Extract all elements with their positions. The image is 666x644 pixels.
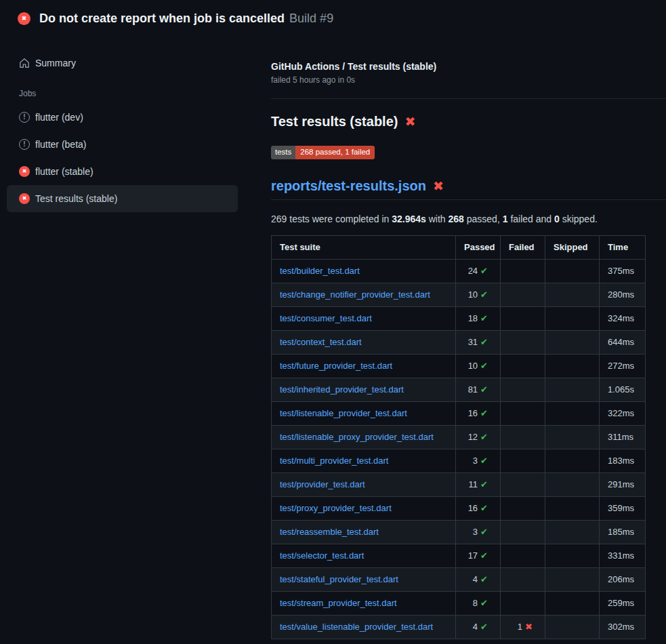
time-cell: 183ms <box>600 449 646 472</box>
test-suite-link[interactable]: test/proxy_provider_test.dart <box>280 503 392 513</box>
suite-cell: test/listenable_provider_test.dart <box>272 401 456 425</box>
test-suite-link[interactable]: test/consumer_test.dart <box>280 313 372 323</box>
passed-count: 10 <box>468 361 478 371</box>
table-row: test/context_test.dart 31✔ 644ms <box>272 330 646 354</box>
failed-cell <box>501 401 545 425</box>
sidebar-item-label: flutter (beta) <box>35 139 86 150</box>
alert-circle-icon: ! <box>19 139 30 150</box>
failed-cell <box>501 306 545 330</box>
passed-cell: 16✔ <box>456 496 501 520</box>
check-icon: ✔ <box>480 432 488 442</box>
suite-cell: test/inherited_provider_test.dart <box>272 378 456 401</box>
home-icon <box>19 58 30 68</box>
failed-cell <box>501 520 545 544</box>
passed-count: 8 <box>473 598 478 608</box>
failed-cell <box>501 378 545 401</box>
test-suite-link[interactable]: test/reassemble_test.dart <box>280 527 379 537</box>
test-suite-link[interactable]: test/value_listenable_provider_test.dart <box>280 622 433 632</box>
time-cell: 206ms <box>600 567 646 591</box>
check-icon: ✔ <box>480 550 488 561</box>
sidebar-item-flutter-stable[interactable]: ✖ flutter (stable) <box>7 158 238 185</box>
passed-count: 17 <box>468 550 478 561</box>
failed-cell <box>501 330 545 354</box>
suite-cell: test/consumer_test.dart <box>272 306 456 330</box>
report-link[interactable]: reports/test-results.json <box>271 178 426 194</box>
sidebar-item-flutter-beta[interactable]: ! flutter (beta) <box>7 131 238 158</box>
passed-count: 16 <box>468 408 478 418</box>
passed-cell: 10✔ <box>456 283 501 306</box>
passed-count: 3 <box>473 527 478 537</box>
check-icon: ✔ <box>480 266 488 276</box>
passed-cell: 24✔ <box>456 259 501 283</box>
test-suite-link[interactable]: test/stream_provider_test.dart <box>280 598 397 608</box>
skipped-cell <box>545 330 600 354</box>
time-cell: 1.065s <box>600 378 646 401</box>
skipped-cell <box>545 401 600 425</box>
passed-count: 10 <box>468 289 478 300</box>
suite-cell: test/listenable_proxy_provider_test.dart <box>272 425 456 449</box>
test-suite-link[interactable]: test/builder_test.dart <box>280 266 360 276</box>
table-row: test/value_listenable_provider_test.dart… <box>272 615 646 639</box>
test-suite-link[interactable]: test/multi_provider_test.dart <box>280 456 388 466</box>
time-cell: 291ms <box>600 472 646 496</box>
x-glyph: ✖ <box>22 16 27 22</box>
table-row: test/listenable_provider_test.dart 16✔ 3… <box>272 401 646 425</box>
summary-line: 269 tests were completed in 32.964s with… <box>271 214 666 224</box>
table-row: test/listenable_proxy_provider_test.dart… <box>272 425 646 449</box>
skipped-cell <box>545 520 600 544</box>
main-content: GitHub Actions / Test results (stable) f… <box>271 61 666 639</box>
test-suite-link[interactable]: test/listenable_provider_test.dart <box>280 408 407 418</box>
check-icon: ✔ <box>480 527 488 537</box>
time-cell: 322ms <box>600 401 646 425</box>
passed-cell: 8✔ <box>456 591 501 615</box>
table-header-row: Test suite Passed Failed Skipped Time <box>272 235 646 259</box>
sidebar-item-test-results-stable[interactable]: ✖ Test results (stable) <box>7 185 238 212</box>
badge-label: tests <box>271 146 295 159</box>
check-icon: ✔ <box>480 384 488 395</box>
jobs-section-label: Jobs <box>19 89 238 98</box>
alert-circle-icon: ! <box>19 112 30 123</box>
col-time: Time <box>600 235 646 259</box>
failed-cell <box>501 496 545 520</box>
summary-text: with <box>426 214 449 224</box>
check-icon: ✔ <box>480 313 488 323</box>
test-suite-link[interactable]: test/change_notifier_provider_test.dart <box>280 289 430 300</box>
test-suite-link[interactable]: test/provider_test.dart <box>280 479 365 489</box>
test-suite-link[interactable]: test/future_provider_test.dart <box>280 361 392 371</box>
summary-skipped-count: 0 <box>554 214 560 224</box>
passed-cell: 12✔ <box>456 425 501 449</box>
table-row: test/selector_test.dart 17✔ 331ms <box>272 544 646 567</box>
passed-cell: 18✔ <box>456 306 501 330</box>
test-suite-link[interactable]: test/inherited_provider_test.dart <box>280 384 404 395</box>
table-row: test/consumer_test.dart 18✔ 324ms <box>272 306 646 330</box>
results-table: Test suite Passed Failed Skipped Time te… <box>271 235 646 639</box>
table-row: test/multi_provider_test.dart 3✔ 183ms <box>272 449 646 472</box>
test-suite-link[interactable]: test/context_test.dart <box>280 337 362 347</box>
test-suite-link[interactable]: test/selector_test.dart <box>280 550 364 561</box>
skipped-cell <box>545 544 600 567</box>
sidebar: Summary Jobs ! flutter (dev) ! flutter (… <box>7 49 238 212</box>
failed-cell <box>501 425 545 449</box>
skipped-cell <box>545 378 600 401</box>
summary-failed-count: 1 <box>503 214 508 224</box>
suite-cell: test/provider_test.dart <box>272 472 456 496</box>
passed-cell: 3✔ <box>456 520 501 544</box>
time-cell: 302ms <box>600 615 646 639</box>
passed-count: 11 <box>469 479 478 489</box>
table-row: test/stateful_provider_test.dart 4✔ 206m… <box>272 567 646 591</box>
check-icon: ✔ <box>480 408 488 418</box>
passed-count: 12 <box>468 432 478 442</box>
passed-cell: 4✔ <box>456 615 501 639</box>
sidebar-item-flutter-dev[interactable]: ! flutter (dev) <box>7 104 238 131</box>
suite-cell: test/context_test.dart <box>272 330 456 354</box>
sidebar-item-summary[interactable]: Summary <box>7 49 238 77</box>
check-icon: ✔ <box>480 361 488 371</box>
skipped-cell <box>545 591 600 615</box>
x-circle-icon: ✖ <box>19 166 30 177</box>
time-cell: 311ms <box>600 425 646 449</box>
test-suite-link[interactable]: test/listenable_proxy_provider_test.dart <box>280 432 434 442</box>
skipped-cell <box>545 425 600 449</box>
time-cell: 324ms <box>600 306 646 330</box>
test-suite-link[interactable]: test/stateful_provider_test.dart <box>280 574 398 584</box>
sidebar-item-label: Summary <box>35 58 76 68</box>
